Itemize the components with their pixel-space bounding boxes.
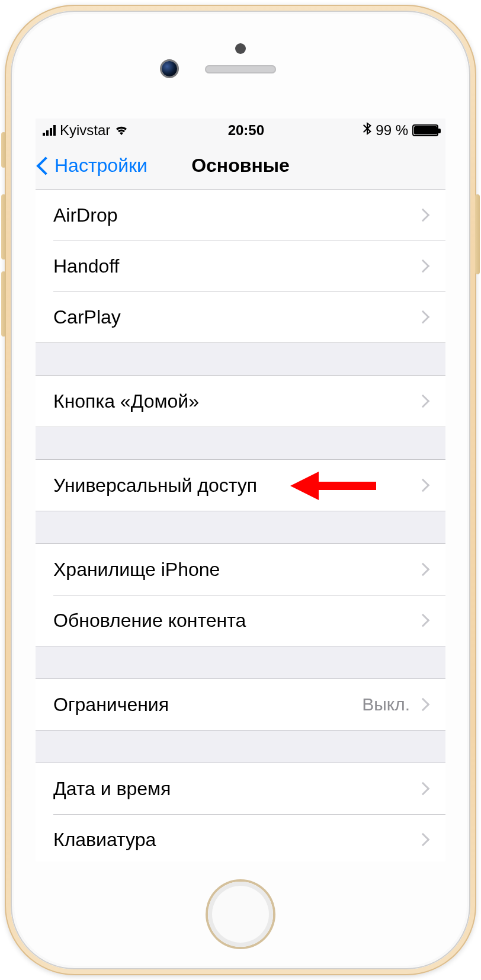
chevron-left-icon bbox=[36, 156, 54, 175]
battery-percent-label: 99 % bbox=[376, 122, 408, 139]
volume-up-button bbox=[1, 194, 6, 260]
row-home-button[interactable]: Кнопка «Домой» bbox=[36, 376, 445, 427]
row-label: Кнопка «Домой» bbox=[53, 390, 418, 412]
chevron-right-icon bbox=[416, 260, 430, 273]
row-label: Обновление контента bbox=[53, 610, 418, 632]
row-label: AirDrop bbox=[53, 204, 418, 226]
row-accessibility[interactable]: Универсальный доступ bbox=[36, 460, 445, 511]
back-button[interactable]: Настройки bbox=[39, 142, 147, 189]
battery-icon bbox=[412, 124, 438, 136]
row-label: Хранилище iPhone bbox=[53, 559, 418, 581]
chevron-right-icon bbox=[416, 209, 430, 222]
navigation-bar: Настройки Основные bbox=[36, 142, 445, 190]
row-label: Дата и время bbox=[53, 778, 418, 800]
row-airdrop[interactable]: AirDrop bbox=[36, 190, 445, 241]
carrier-label: Kyivstar bbox=[60, 122, 110, 139]
chevron-right-icon bbox=[416, 310, 430, 324]
cellular-signal-icon bbox=[43, 125, 56, 136]
screen: Kyivstar 20:50 99 % На bbox=[36, 119, 445, 861]
settings-group: Кнопка «Домой» bbox=[36, 375, 445, 427]
bluetooth-icon bbox=[363, 122, 371, 139]
row-handoff[interactable]: Handoff bbox=[36, 241, 445, 292]
chevron-right-icon bbox=[416, 614, 430, 627]
home-button[interactable] bbox=[208, 882, 273, 947]
settings-list[interactable]: AirDrop Handoff CarPlay Кнопка «Домой» bbox=[36, 190, 445, 861]
settings-group: Дата и время Клавиатура bbox=[36, 763, 445, 861]
earpiece-speaker bbox=[205, 65, 276, 73]
power-button bbox=[475, 194, 480, 274]
proximity-sensor bbox=[235, 43, 246, 54]
settings-group: Ограничения Выкл. bbox=[36, 678, 445, 731]
chevron-right-icon bbox=[416, 395, 430, 408]
row-label: Универсальный доступ bbox=[53, 475, 418, 497]
settings-group: AirDrop Handoff CarPlay bbox=[36, 190, 445, 343]
row-date-time[interactable]: Дата и время bbox=[36, 763, 445, 814]
wifi-icon bbox=[114, 122, 129, 139]
page-title: Основные bbox=[191, 155, 290, 177]
row-carplay[interactable]: CarPlay bbox=[36, 292, 445, 342]
device-bezel: Kyivstar 20:50 99 % На bbox=[11, 11, 470, 969]
row-restrictions[interactable]: Ограничения Выкл. bbox=[36, 679, 445, 730]
chevron-right-icon bbox=[416, 833, 430, 847]
row-label: CarPlay bbox=[53, 306, 418, 328]
front-camera bbox=[162, 61, 177, 76]
back-label: Настройки bbox=[54, 155, 147, 177]
row-label: Клавиатура bbox=[53, 829, 418, 851]
row-iphone-storage[interactable]: Хранилище iPhone bbox=[36, 544, 445, 595]
row-keyboard[interactable]: Клавиатура bbox=[36, 814, 445, 861]
volume-down-button bbox=[1, 271, 6, 337]
iphone-device-frame: Kyivstar 20:50 99 % На bbox=[5, 5, 476, 975]
settings-group: Универсальный доступ bbox=[36, 459, 445, 511]
clock-label: 20:50 bbox=[228, 122, 264, 139]
chevron-right-icon bbox=[416, 782, 430, 796]
row-background-refresh[interactable]: Обновление контента bbox=[36, 595, 445, 646]
status-bar: Kyivstar 20:50 99 % bbox=[36, 119, 445, 142]
mute-switch bbox=[1, 132, 6, 168]
chevron-right-icon bbox=[416, 563, 430, 577]
row-label: Ограничения bbox=[53, 694, 362, 716]
settings-group: Хранилище iPhone Обновление контента bbox=[36, 543, 445, 646]
row-detail: Выкл. bbox=[362, 694, 410, 715]
chevron-right-icon bbox=[416, 698, 430, 712]
row-label: Handoff bbox=[53, 255, 418, 277]
chevron-right-icon bbox=[416, 479, 430, 492]
